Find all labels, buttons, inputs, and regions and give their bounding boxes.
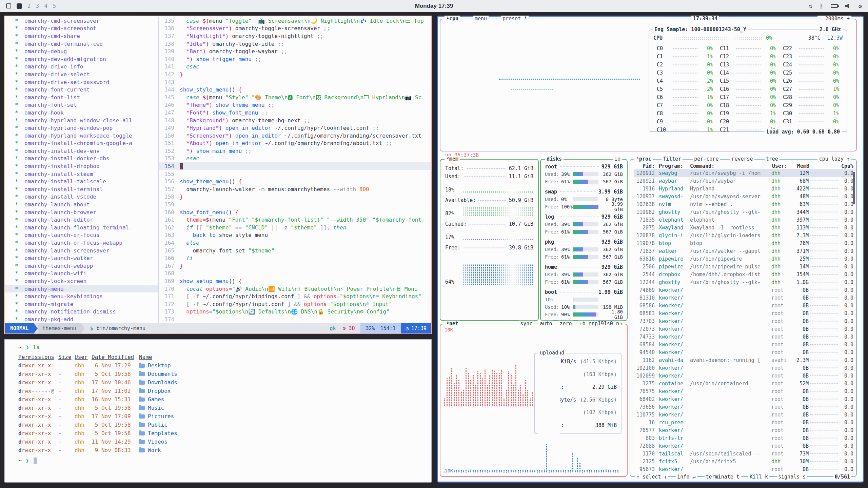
file-list-item[interactable]: *omarchy-drive-info [5,63,158,71]
file-list-item[interactable]: *omarchy-menu-keybindings [5,292,158,300]
process-row[interactable]: 120921waybar/usr/bin/waybardhh68M0.0 [634,177,853,185]
process-row[interactable]: 63816pipewire/usr/bin/pipewiredhh25M0.0 [634,255,853,263]
process-row[interactable]: 68583kworker/root0B0.0 [634,309,853,317]
file-list-item[interactable]: *omarchy-migrate [5,300,158,308]
file-list-item[interactable]: *omarchy-launch-browser [5,208,158,216]
proc-menu-option[interactable]: per-core [693,156,720,162]
code-line[interactable]: 164 else [159,239,431,247]
process-row[interactable]: 95673kworker/root0B0.0 [634,465,853,471]
proc-action[interactable]: info ↵ [676,474,697,480]
process-row[interactable]: 71837walker/usr/bin/walker --gappldhh371… [634,247,853,255]
file-list-item[interactable]: *omarchy-launch-walker [5,254,158,262]
file-list-item[interactable]: *omarchy-launch-wifi [5,270,158,278]
proc-action[interactable]: terminate t [705,474,741,480]
file-list-item[interactable]: *omarchy-install-steam [5,170,158,178]
process-row[interactable]: 12244ghostty/usr/bin/ghostty --gtk-dhh1.… [634,278,853,286]
code-line[interactable]: 157 omarchy-launch-walker -m menus:omarc… [159,185,431,193]
process-row[interactable]: 102638nvimnvim --embed .dhh63M0.0 [634,200,853,208]
code-line[interactable]: 144show_style_menu() { [159,86,431,94]
code-line[interactable]: 140 *) show_trigger_menu ;; [159,55,431,63]
volume-icon[interactable] [845,3,851,8]
disks-panel-label[interactable]: disks [545,156,564,162]
file-list-item[interactable]: *omarchy-cmd-share [5,32,158,40]
file-list-item[interactable]: *omarchy-install-terminal [5,185,158,193]
process-row[interactable]: 16rcu_preeroot0B0.0 [634,419,853,426]
proc-action[interactable]: Kill k [748,474,769,480]
file-list-item[interactable]: *omarchy-cmd-screenshot [5,25,158,33]
battery-icon[interactable] [831,4,838,8]
file-list-item[interactable]: *omarchy-pkg-add [5,316,158,323]
process-row[interactable]: 74733kworker/root0B0.0 [634,333,853,341]
process-row[interactable]: 1170tailscal/usr/sbin/tailscaled --root7… [634,450,853,458]
file-list-item[interactable]: *omarchy-launch-about [5,201,158,208]
process-row[interactable]: 73703kworker/root0B0.0 [634,317,853,325]
menu-button[interactable]: menu [473,16,489,22]
code-line[interactable]: 174 [159,316,431,323]
code-line[interactable]: 135 case $(menu "Toggle" "📺 Screensaver\… [159,17,431,25]
process-row[interactable]: 120878glycin-i/usr/lib/glycin-loadersdhh… [634,231,853,239]
process-row[interactable]: 72073kworker/root0B0.0 [634,325,853,333]
code-line[interactable]: 143 [159,78,431,86]
process-row[interactable]: 110775kworker/root0B0.0 [634,411,853,419]
code-line[interactable]: 152 *) show_main_menu ;; [159,147,431,155]
code-line[interactable]: 147 *Font*) show_font_menu ;; [159,109,431,117]
code-line[interactable]: 154} [159,162,431,170]
code-line[interactable]: 150 *Screensaver*) open_in_editor ~/.con… [159,132,431,140]
code-line[interactable]: 156show_theme_menu() { [159,178,431,185]
code-line[interactable]: 162 if [[ "$theme" == "CNCLD" || -z "$th… [159,224,431,231]
cpu-panel-label[interactable]: ¹cpu [445,16,460,22]
code-line[interactable]: 171 [ -f ~/.config/hypr/bindings.conf ] … [159,292,431,300]
process-row[interactable]: 94540kworker/root0B0.0 [634,348,853,356]
process-row[interactable]: 2506pipewire/usr/bin/pipewire-pulsedhh14… [634,263,853,270]
process-row[interactable]: 1162avahi-daavahi-daemon: running [avahi… [634,356,853,364]
process-row[interactable]: 120912swaybg/usr/bin/swaybg -i /homdhh12… [634,169,853,177]
file-list-item[interactable]: *omarchy-install-tailscale [5,178,158,185]
net-option[interactable]: sync [519,321,534,327]
proc-column-header[interactable]: Command: [690,163,772,169]
file-list-item[interactable]: *omarchy-launch-webapp [5,262,158,270]
process-row[interactable]: 73656kworker/root0B0.0 [634,403,853,411]
proc-column-header[interactable]: Program: [655,163,690,169]
workspace-outline-icon[interactable] [6,3,11,8]
code-line[interactable]: 167} [159,262,431,270]
file-list-item[interactable]: *omarchy-launch-or-focus [5,231,158,239]
code-line[interactable]: 155 [159,170,431,178]
code-line[interactable]: 159 [159,201,431,208]
process-row[interactable]: 102100kworker/root0B0.0 [634,364,853,372]
process-scrollbar[interactable] [853,172,855,204]
code-line[interactable]: 139 *Bar*) omarchy-toggle-waybar ;; [159,47,431,55]
proc-panel-label[interactable]: ⁴proc [634,156,653,162]
preset-button[interactable]: preset * [501,16,529,22]
network-panel[interactable]: ³net syncautozero←b enp191s0 n→ 10K 10K … [440,324,628,477]
process-row[interactable]: 2544dropbox/home/dhh/.dropbox-distdhh354… [634,270,853,278]
proc-column-header[interactable]: Cpu% [839,163,853,169]
code-line[interactable]: 145 case $(menu "Style" "🎨 Theme\n🅰 Font… [159,94,431,101]
process-panel[interactable]: ⁴proc filterper-corereversetree cpu lazy… [630,159,857,477]
code-line[interactable]: 141 esac [159,63,431,71]
process-row[interactable]: 68586kworker/root0B0.0 [634,302,853,309]
net-option[interactable]: zero [558,321,573,327]
settings-gear-icon[interactable]: ⚙ [859,3,862,9]
file-list-item[interactable]: *omarchy-drive-select [5,70,158,78]
process-row[interactable]: 119982ghostty/usr/bin/ghostty --gtk-dhh3… [634,208,853,216]
file-list-item[interactable]: *omarchy-install-chromium-google-a [5,140,158,147]
code-line[interactable]: 160show_font_menu() { [159,208,431,216]
proc-column-header[interactable]: User: [772,163,792,169]
process-row[interactable]: 119078btopbtopdhh26M0.0 [634,239,853,247]
process-row[interactable]: 803btrfs-trroot0B0.0 [634,434,853,442]
file-list-item[interactable]: *omarchy-hyprland-window-close-all [5,117,158,124]
file-list-item[interactable]: *omarchy-menu [5,285,158,293]
proc-column-header[interactable]: MemB [792,163,809,169]
file-list-item[interactable]: *omarchy-launch-editor [5,216,158,224]
code-line[interactable]: 138 *Idle*) omarchy-toggle-idle ;; [159,40,431,48]
file-list-item[interactable]: *omarchy-font-set [5,101,158,109]
file-list-item[interactable]: *omarchy-font-list [5,94,158,101]
io-mode-button[interactable]: io [613,156,622,162]
code-line[interactable]: 136 *Screensaver*) omarchy-toggle-screen… [159,25,431,33]
workspace-3[interactable]: 3 [36,3,39,9]
code-line[interactable]: 169show_setup_menu() { [159,277,431,285]
proc-menu-option[interactable]: tree [765,156,780,162]
code-line[interactable]: 142} [159,70,431,78]
code-line[interactable]: 149 *Hyprland*) open_in_editor ~/.config… [159,124,431,132]
file-list-item[interactable]: *omarchy-hyprland-workspace-toggle [5,132,158,140]
